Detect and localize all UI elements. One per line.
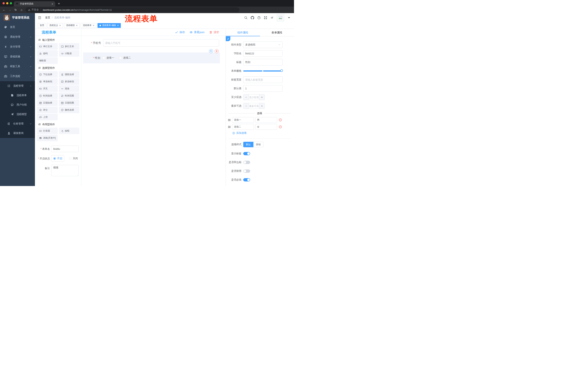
palette-component[interactable]: 密码 bbox=[37, 50, 58, 57]
tag-close-icon[interactable]: ✕ bbox=[59, 24, 61, 27]
address-bar[interactable]: 不安全 dashboard.yudao.iocoder.cn/bpm/manag… bbox=[25, 7, 239, 12]
remark-textarea[interactable]: 嘿嘿 bbox=[51, 165, 79, 176]
new-tab-button[interactable]: + bbox=[58, 1, 60, 6]
default-value-input[interactable] bbox=[243, 85, 283, 92]
title-input[interactable] bbox=[243, 59, 283, 65]
sidebar-item-briefcase[interactable]: 工作流程 bbox=[0, 71, 35, 81]
phone-field-row[interactable]: 手机号 bbox=[83, 39, 219, 47]
palette-component[interactable]: 编辑器 bbox=[37, 57, 58, 64]
search-icon[interactable] bbox=[244, 16, 248, 20]
sidebar-subitem-doc-edit[interactable]: 流程表单 bbox=[0, 91, 35, 100]
sidebar-subitem-send[interactable]: 流程模型 bbox=[0, 110, 35, 119]
minus-button[interactable]: − bbox=[243, 95, 249, 100]
delete-field-button[interactable] bbox=[215, 49, 219, 53]
sidebar-item-gear[interactable]: 系统管理 bbox=[0, 32, 35, 42]
save-button[interactable]: 保存 bbox=[175, 31, 185, 34]
grid-slider[interactable] bbox=[243, 68, 283, 74]
palette-component[interactable]: 下拉选择 bbox=[37, 71, 58, 78]
sidebar-item-yen[interactable]: ¥ 支付管理 bbox=[0, 42, 35, 52]
min-select-input[interactable] bbox=[249, 95, 259, 100]
tag-tab[interactable]: 首页 bbox=[38, 23, 46, 28]
app-logo-row[interactable]: 芋道管理系统 bbox=[0, 13, 35, 22]
option-label-input[interactable] bbox=[232, 117, 254, 123]
field-name-input[interactable] bbox=[243, 50, 283, 57]
browser-tab[interactable]: 芋道管理系统 ✕ bbox=[14, 1, 55, 7]
sidebar-subitem-users[interactable]: 用户分组 bbox=[0, 100, 35, 110]
plus-button[interactable]: + bbox=[259, 95, 264, 100]
checkbox[interactable] bbox=[119, 57, 122, 59]
toggle-switch[interactable] bbox=[243, 178, 250, 181]
window-controls[interactable] bbox=[2, 2, 12, 4]
sidebar-subitem-person[interactable]: 请假查询 bbox=[0, 128, 35, 138]
status-radio-off[interactable]: 关闭 bbox=[69, 157, 78, 160]
plus-button[interactable]: + bbox=[259, 103, 264, 109]
tab-component-props[interactable]: 组件属性 bbox=[226, 29, 260, 36]
max-select-input[interactable] bbox=[249, 103, 259, 109]
palette-component[interactable]: 多选框组 bbox=[59, 78, 80, 85]
security-label[interactable]: 不安全 bbox=[32, 8, 39, 11]
palette-component[interactable]: 日期范围 bbox=[59, 100, 80, 106]
palette-component[interactable]: 123 计数器 bbox=[59, 50, 80, 57]
add-option-button[interactable]: 添加选项 bbox=[232, 131, 294, 135]
forward-button[interactable]: → bbox=[7, 8, 12, 12]
palette-component[interactable]: 单选框组 bbox=[37, 78, 58, 85]
tag-tab[interactable]: 流程定义 ✕ bbox=[47, 23, 63, 28]
toggle-switch[interactable] bbox=[243, 170, 250, 173]
palette-component[interactable]: 单行文本 bbox=[37, 43, 58, 50]
avatar[interactable] bbox=[277, 14, 284, 21]
option-label-input[interactable] bbox=[232, 124, 254, 130]
tag-tab[interactable]: 流程模型 ✕ bbox=[64, 23, 80, 28]
minus-button[interactable]: − bbox=[243, 103, 249, 109]
tab-form-props[interactable]: 表单属性 bbox=[260, 29, 294, 36]
palette-component[interactable]: 评分 bbox=[37, 107, 58, 113]
minimize-window-button[interactable] bbox=[6, 2, 8, 4]
checkbox-option[interactable]: 选项二 bbox=[119, 56, 131, 60]
github-icon[interactable] bbox=[251, 16, 254, 20]
gender-field-row[interactable]: 性别 选项一 选项二 bbox=[83, 53, 220, 63]
help-icon[interactable] bbox=[257, 16, 261, 20]
maximize-window-button[interactable] bbox=[10, 2, 12, 4]
option-value-input[interactable] bbox=[255, 124, 277, 130]
tab-close-icon[interactable]: ✕ bbox=[51, 2, 53, 5]
sidebar-subitem-list[interactable]: 流程管理 bbox=[0, 81, 35, 91]
palette-component[interactable]: 开关 bbox=[37, 85, 58, 92]
label-width-input[interactable] bbox=[243, 76, 283, 83]
fullscreen-icon[interactable] bbox=[264, 16, 267, 20]
palette-component[interactable]: 滑块 bbox=[59, 85, 80, 92]
palette-component[interactable]: 多行文本 bbox=[59, 43, 80, 50]
refresh-button[interactable]: ↻ bbox=[13, 8, 18, 12]
view-json-button[interactable]: 查看json bbox=[189, 31, 204, 34]
drag-handle-icon[interactable] bbox=[228, 118, 231, 122]
font-size-icon[interactable]: tT bbox=[270, 16, 274, 20]
palette-component[interactable]: 按钮 bbox=[59, 128, 80, 134]
tag-close-icon[interactable]: ✕ bbox=[117, 24, 119, 27]
close-window-button[interactable] bbox=[2, 2, 5, 4]
option-style-default[interactable]: 默认 bbox=[243, 142, 253, 147]
component-type-select[interactable]: 多选框组 bbox=[243, 42, 283, 48]
toggle-switch[interactable] bbox=[243, 152, 250, 155]
home-button[interactable]: ⌂ bbox=[19, 8, 24, 12]
palette-component[interactable]: 表格[开发中] bbox=[37, 135, 58, 141]
palette-component[interactable]: 时间选择 bbox=[37, 93, 58, 99]
toggle-switch[interactable] bbox=[243, 161, 250, 164]
remove-option-button[interactable] bbox=[279, 118, 282, 122]
palette-component[interactable]: 时间范围 bbox=[59, 93, 80, 99]
breadcrumb-home[interactable]: 首页 bbox=[45, 16, 50, 19]
sidebar-subitem-tree[interactable]: 任务管理 bbox=[0, 119, 35, 128]
form-name-input[interactable] bbox=[51, 146, 79, 152]
sidebar-item-dashboard[interactable]: 首页 bbox=[0, 22, 35, 32]
palette-component[interactable]: 上传 bbox=[37, 114, 58, 120]
palette-component[interactable]: 行容器 bbox=[37, 128, 58, 134]
phone-input[interactable] bbox=[103, 39, 219, 47]
tag-tab[interactable]: 流程表单 ✕ bbox=[81, 23, 96, 28]
palette-component[interactable]: 日期选择 bbox=[37, 100, 58, 106]
avatar-menu-caret[interactable] bbox=[287, 16, 291, 20]
back-button[interactable]: ← bbox=[1, 8, 7, 12]
tag-close-icon[interactable]: ✕ bbox=[93, 24, 94, 27]
option-style-button[interactable]: 按钮 bbox=[253, 142, 263, 147]
remove-option-button[interactable] bbox=[279, 125, 282, 128]
collapse-sidebar-button[interactable] bbox=[38, 16, 42, 20]
slider-handle[interactable] bbox=[280, 69, 283, 72]
status-radio-on[interactable]: 开启 bbox=[51, 155, 64, 162]
clear-button[interactable]: 清空 bbox=[209, 31, 219, 34]
